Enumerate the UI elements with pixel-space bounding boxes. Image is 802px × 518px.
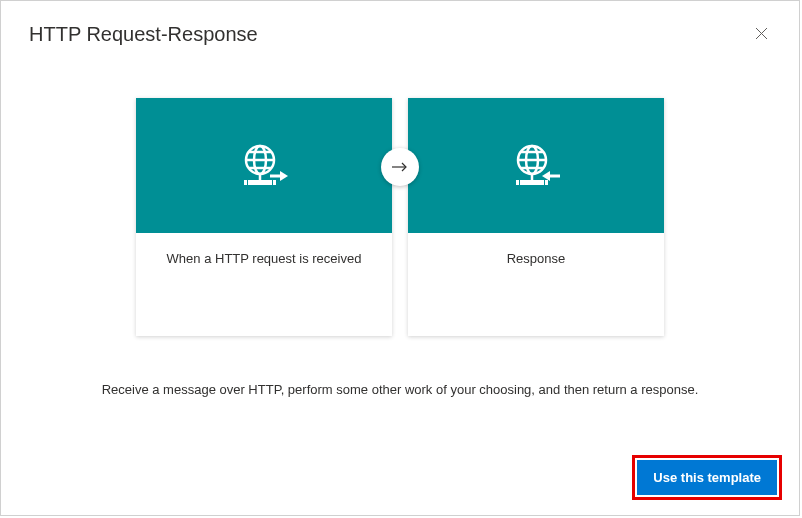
svg-rect-22 (545, 180, 548, 185)
card-response[interactable]: Response (408, 98, 664, 336)
svg-marker-12 (280, 171, 288, 181)
svg-marker-24 (542, 171, 550, 181)
card-request[interactable]: When a HTTP request is received (136, 98, 392, 336)
use-template-button[interactable]: Use this template (637, 460, 777, 495)
flow-arrow-container (373, 98, 427, 186)
arrow-right-icon (391, 161, 409, 173)
flow-arrow-circle (381, 148, 419, 186)
dialog-header: HTTP Request-Response (1, 1, 799, 46)
template-description: Receive a message over HTTP, perform som… (1, 382, 799, 397)
template-dialog: HTTP Request-Response (0, 0, 800, 516)
svg-rect-9 (244, 180, 247, 185)
http-response-icon (508, 138, 564, 194)
card-request-label: When a HTTP request is received (146, 251, 382, 266)
svg-rect-20 (520, 180, 544, 185)
cards-row: When a HTTP request is received (136, 98, 664, 336)
dialog-title: HTTP Request-Response (29, 23, 258, 46)
dialog-footer: Use this template (637, 460, 777, 495)
http-request-icon (236, 138, 292, 194)
svg-rect-10 (273, 180, 276, 185)
card-response-label: Response (418, 251, 654, 266)
dialog-content: When a HTTP request is received (1, 98, 799, 336)
card-request-icon-area (136, 98, 392, 233)
close-button[interactable] (751, 23, 771, 43)
svg-rect-21 (516, 180, 519, 185)
card-request-body: When a HTTP request is received (136, 233, 392, 336)
card-response-body: Response (408, 233, 664, 336)
close-icon (755, 27, 768, 40)
card-response-icon-area (408, 98, 664, 233)
svg-rect-8 (248, 180, 272, 185)
